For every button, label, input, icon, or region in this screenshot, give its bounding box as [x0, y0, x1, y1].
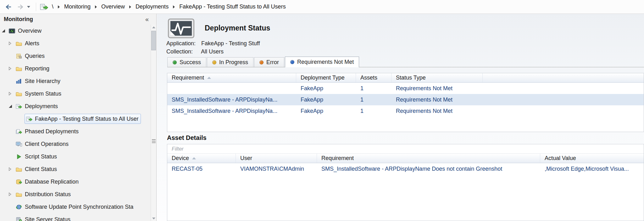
breadcrumb-item-monitoring[interactable]: Monitoring — [64, 3, 91, 10]
sidebar-item-distribution-status[interactable]: Distribution Status — [0, 188, 151, 201]
back-arrow-icon — [5, 4, 12, 10]
tab-label: Error — [266, 59, 279, 66]
expand-collapsed-icon[interactable] — [9, 91, 16, 96]
navigation-pane: Monitoring « Overview Alerts Queries Rep… — [0, 14, 157, 221]
sidebar-item-label: System Status — [25, 91, 61, 97]
tab-label: Requirements Not Met — [297, 59, 354, 65]
sidebar-item-overview[interactable]: Overview — [0, 25, 151, 37]
requirements-not-met-status-dot-icon — [290, 60, 294, 64]
sidebar-item-label: Database Replication — [25, 179, 79, 185]
filter-input[interactable]: Filter — [167, 144, 644, 154]
script-status-icon — [16, 154, 22, 159]
sidebar-item-phased-deployments[interactable]: Phased Deployments — [0, 125, 151, 138]
in-progress-status-dot-icon — [212, 60, 216, 64]
selected-tree-item[interactable]: FakeApp - Testing Stuff Status to All Us… — [25, 114, 141, 124]
sidebar-item-label: Alerts — [25, 40, 39, 47]
sidebar-item-label: Deployments — [25, 103, 58, 110]
sidebar-item-reporting[interactable]: Reporting — [0, 62, 151, 75]
breadcrumb-item-current[interactable]: FakeApp - Testing Stuff Status to All Us… — [179, 3, 286, 10]
column-header-user[interactable]: User — [236, 154, 317, 163]
content-pane: Deployment Status Application: FakeApp -… — [157, 14, 644, 221]
scroll-down-icon[interactable] — [151, 216, 156, 221]
tab-success[interactable]: Success — [167, 57, 206, 67]
tab-requirements-not-met[interactable]: Requirements Not Met — [285, 57, 359, 67]
table-row[interactable]: SMS_InstalledSoftware - ARPDisplayNa... … — [167, 105, 644, 117]
column-header-filler — [483, 73, 644, 82]
overview-icon — [9, 28, 15, 34]
collapse-pane-button[interactable]: « — [145, 16, 149, 23]
cell-assets: 1 — [356, 97, 391, 103]
server-icon — [16, 217, 22, 221]
sidebar-item-queries[interactable]: Queries — [0, 50, 151, 62]
tab-in-progress[interactable]: In Progress — [207, 57, 253, 67]
history-dropdown-icon[interactable] — [27, 6, 30, 8]
breadcrumb-item-deployments[interactable]: Deployments — [136, 3, 169, 10]
splitter-grip[interactable] — [152, 139, 156, 143]
grid-body: RECAST-05 VIAMONSTRA\CMAdmin SMS_Install… — [167, 163, 644, 174]
cell-status-type: Requirements Not Met — [391, 85, 483, 92]
sidebar-item-fakeapp-deployment[interactable]: FakeApp - Testing Stuff Status to All Us… — [0, 113, 151, 125]
forward-arrow-icon — [17, 4, 24, 10]
cell-requirement: SMS_InstalledSoftware - ARPDisplayName D… — [317, 166, 540, 172]
cell-deployment-type: FakeApp — [296, 85, 356, 92]
grid-header-row: Requirement Deployment Type Assets Statu… — [167, 73, 644, 83]
table-row[interactable]: RECAST-05 VIAMONSTRA\CMAdmin SMS_Install… — [167, 163, 644, 174]
breadcrumb-separator-icon[interactable] — [95, 5, 97, 8]
column-header-device[interactable]: Device — [167, 154, 236, 163]
column-header-requirement[interactable]: Requirement — [167, 73, 296, 82]
phased-deployments-icon — [16, 129, 22, 134]
sidebar-scrollbar[interactable] — [151, 25, 156, 221]
breadcrumb-separator-icon[interactable] — [129, 5, 131, 8]
column-header-actual-value[interactable]: Actual Value — [540, 154, 644, 163]
expand-collapsed-icon[interactable] — [9, 66, 16, 71]
collection-value: All Users — [201, 48, 224, 55]
sidebar-item-label: Client Operations — [25, 141, 69, 147]
column-header-assets[interactable]: Assets — [356, 73, 391, 82]
toolbar-divider — [36, 3, 36, 11]
folder-icon — [16, 41, 22, 46]
sort-ascending-icon — [207, 77, 211, 79]
table-row-selected[interactable]: SMS_InstalledSoftware - ARPDisplayNa... … — [167, 94, 644, 105]
sidebar-item-system-status[interactable]: System Status — [0, 87, 151, 100]
breadcrumb-root[interactable]: \ — [52, 3, 53, 10]
sidebar-item-label: Queries — [25, 53, 45, 59]
sidebar-item-site-server-status[interactable]: Site Server Status — [0, 213, 151, 221]
filter-placeholder: Filter — [172, 146, 184, 152]
sidebar-item-alerts[interactable]: Alerts — [0, 37, 151, 50]
cell-deployment-type: FakeApp — [296, 97, 356, 103]
cell-status-type: Requirements Not Met — [391, 108, 483, 114]
sidebar-item-deployments[interactable]: Deployments — [0, 100, 151, 113]
tab-label: In Progress — [219, 59, 248, 66]
sidebar-item-script-status[interactable]: Script Status — [0, 150, 151, 163]
requirements-grid: Requirement Deployment Type Assets Statu… — [167, 73, 644, 132]
column-header-deployment-type[interactable]: Deployment Type — [296, 73, 356, 82]
breadcrumb-separator-icon[interactable] — [173, 5, 175, 8]
column-header-status-type[interactable]: Status Type — [391, 73, 483, 82]
scrollbar-thumb[interactable] — [151, 31, 156, 50]
expand-collapsed-icon[interactable] — [9, 192, 16, 196]
sidebar-item-client-operations[interactable]: Client Operations — [0, 138, 151, 150]
breadcrumb-item-overview[interactable]: Overview — [101, 3, 125, 10]
sidebar-item-database-replication[interactable]: Database Replication — [0, 175, 151, 188]
sidebar-item-client-status[interactable]: Client Status — [0, 163, 151, 175]
sync-icon — [16, 204, 22, 210]
navigation-tree: Overview Alerts Queries Reporting Site H… — [0, 25, 151, 221]
application-value: FakeApp - Testing Stuff — [201, 40, 260, 47]
breadcrumb-separator-icon[interactable] — [58, 5, 60, 8]
column-header-requirement[interactable]: Requirement — [317, 154, 540, 163]
back-button[interactable] — [3, 2, 14, 12]
client-operations-icon — [16, 141, 22, 147]
table-row[interactable]: FakeApp 1 Requirements Not Met — [167, 83, 644, 94]
cell-actual-value: ,Microsoft Edge,Microsoft Visua... — [540, 166, 644, 172]
forward-button[interactable] — [14, 2, 26, 12]
expand-collapsed-icon[interactable] — [9, 167, 16, 171]
tab-error[interactable]: Error — [254, 57, 284, 67]
breadcrumb-bar: \ Monitoring Overview Deployments FakeAp… — [0, 0, 644, 14]
sidebar-item-site-hierarchy[interactable]: Site Hierarchy — [0, 75, 151, 87]
scroll-up-icon[interactable] — [151, 25, 156, 30]
expand-expanded-icon[interactable] — [2, 29, 9, 32]
expand-expanded-icon[interactable] — [9, 105, 16, 108]
sidebar-item-sup-synchronization[interactable]: Software Update Point Synchronization St… — [0, 201, 151, 213]
expand-collapsed-icon[interactable] — [9, 41, 16, 46]
sidebar-item-label: Software Update Point Synchronization St… — [25, 204, 133, 210]
